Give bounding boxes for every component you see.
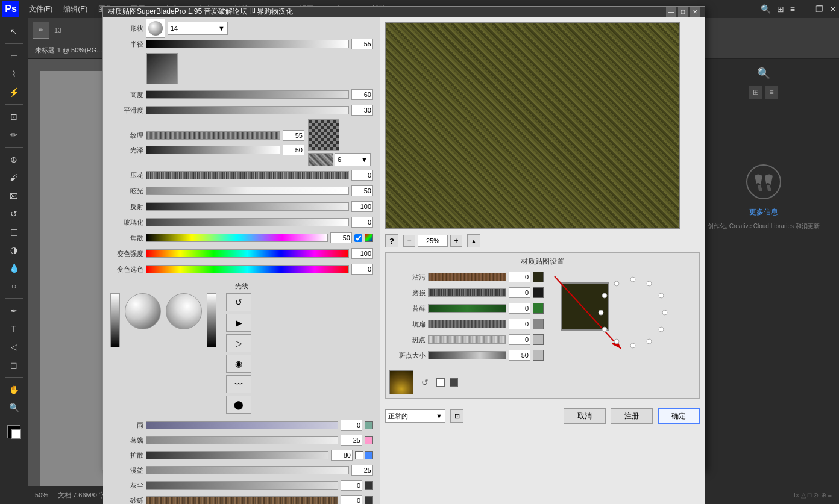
refraction-slider[interactable]: [146, 218, 349, 226]
dust-slider[interactable]: [146, 481, 338, 490]
spotsize-color[interactable]: [533, 350, 544, 361]
dirt-slider[interactable]: [428, 273, 506, 281]
reflect-slider[interactable]: [146, 202, 349, 211]
grid-icon[interactable]: ⊞: [777, 4, 784, 14]
cancel-button[interactable]: 取消: [564, 408, 606, 424]
light-intensity-slider[interactable]: [110, 293, 120, 347]
texture-dropdown[interactable]: 6 ▼: [335, 153, 371, 166]
dialog-minimize[interactable]: —: [666, 7, 676, 17]
radius-input[interactable]: [351, 39, 373, 49]
texture-slider[interactable]: [146, 131, 280, 140]
algae-color[interactable]: [533, 303, 544, 314]
tool-lasso[interactable]: ⌇: [5, 66, 22, 82]
list-icon[interactable]: ≡: [790, 4, 795, 14]
dent-input[interactable]: [509, 319, 530, 329]
effect-btn-wave[interactable]: 〰: [226, 375, 251, 393]
tool-marquee[interactable]: ▭: [5, 48, 22, 64]
help-button[interactable]: ?: [385, 234, 398, 247]
texture-thumb-2[interactable]: [308, 119, 339, 151]
height-input[interactable]: [351, 89, 373, 100]
sand-slider[interactable]: [146, 496, 338, 504]
effect-btn-rotate[interactable]: ↺: [226, 293, 251, 311]
emboss-slider[interactable]: [146, 171, 349, 179]
expand-button[interactable]: ▲: [467, 234, 480, 247]
restore-btn[interactable]: ❐: [815, 4, 823, 14]
grid-view-icon[interactable]: ⊞: [749, 86, 762, 99]
rain-input[interactable]: [341, 420, 362, 431]
sand-color[interactable]: [365, 496, 373, 504]
spotsize-slider[interactable]: [428, 351, 506, 359]
tool-brush[interactable]: 🖌: [5, 169, 22, 186]
diffuse-color[interactable]: [365, 234, 373, 242]
tool-crop[interactable]: ⊡: [5, 108, 22, 125]
tool-spot-heal[interactable]: ⊕: [5, 151, 22, 168]
tool-hand[interactable]: ✋: [5, 381, 22, 398]
diffuse-slider[interactable]: [146, 234, 328, 242]
menu-edit[interactable]: 编辑(E): [58, 2, 92, 17]
spotsize-input[interactable]: [509, 350, 530, 361]
spot-color[interactable]: [533, 334, 544, 345]
blend-option-btn[interactable]: ⊡: [450, 409, 463, 423]
smooth-slider[interactable]: [146, 106, 349, 114]
zoom-plus[interactable]: +: [450, 235, 462, 247]
scratch-slider[interactable]: [428, 288, 506, 297]
sand-input[interactable]: [341, 495, 362, 504]
effect-btn-step[interactable]: ▷: [226, 334, 251, 352]
radius-slider[interactable]: [146, 40, 349, 48]
highlight-slider[interactable]: [146, 187, 349, 195]
blend-mode-select[interactable]: 正常的 ▼: [385, 409, 445, 423]
diffuse-checkbox[interactable]: [354, 234, 362, 242]
minimize-btn[interactable]: —: [801, 4, 809, 14]
background-color[interactable]: [11, 429, 21, 439]
refresh-icon[interactable]: ↺: [418, 376, 432, 389]
foreground-color[interactable]: [7, 425, 20, 438]
tool-path-select[interactable]: ◁: [5, 338, 22, 355]
tool-type[interactable]: T: [5, 320, 22, 337]
dialog-maximize[interactable]: □: [678, 7, 688, 17]
tool-blur[interactable]: 💧: [5, 260, 22, 276]
algae-slider[interactable]: [428, 304, 506, 313]
tool-zoom[interactable]: 🔍: [5, 399, 22, 416]
colorvariant-input[interactable]: [351, 264, 373, 275]
colorvariant-slider[interactable]: [146, 265, 349, 273]
effect-btn-3d[interactable]: ◉: [226, 355, 251, 373]
texture-input[interactable]: [283, 130, 304, 141]
expand-white[interactable]: [355, 451, 363, 459]
ok-button[interactable]: 确定: [658, 408, 700, 424]
scratch-color[interactable]: [533, 287, 544, 298]
dialog-close[interactable]: ✕: [690, 7, 700, 17]
zoom-input[interactable]: [418, 235, 448, 247]
blend-dark-square[interactable]: [450, 378, 458, 387]
colorshift-slider[interactable]: [146, 249, 349, 258]
tool-wand[interactable]: ⚡: [5, 84, 22, 101]
search-panel-icon[interactable]: 🔍: [754, 64, 773, 83]
dirt-input[interactable]: [509, 272, 530, 282]
shape-dropdown[interactable]: 14 ▼: [168, 22, 228, 35]
diffuse-input[interactable]: [330, 232, 352, 243]
dirt-color[interactable]: [533, 272, 544, 282]
height-slider[interactable]: [146, 90, 349, 99]
refraction-input[interactable]: [351, 217, 373, 228]
tool-eraser[interactable]: ◫: [5, 223, 22, 240]
algae-input[interactable]: [509, 303, 530, 314]
tool-pen[interactable]: ✒: [5, 302, 22, 319]
smooth-input[interactable]: [351, 105, 373, 116]
emboss-input[interactable]: [351, 170, 373, 181]
texture-thumb-1[interactable]: [146, 53, 178, 84]
light-ball-2[interactable]: [166, 293, 202, 329]
highlight-input[interactable]: [351, 185, 373, 196]
scratch-input[interactable]: [509, 287, 530, 298]
gloss-input[interactable]: [283, 145, 304, 155]
light-vertical-2[interactable]: [207, 293, 216, 347]
tool-dodge[interactable]: ○: [5, 278, 22, 294]
gloss-slider[interactable]: [146, 146, 280, 154]
swell-color[interactable]: [365, 436, 373, 444]
texture-thumb-3[interactable]: [308, 153, 333, 166]
menu-file[interactable]: 文件(F): [24, 2, 57, 17]
colorshift-input[interactable]: [351, 248, 373, 259]
effect-btn-pattern[interactable]: ⬤: [226, 396, 251, 414]
tool-gradient[interactable]: ◑: [5, 241, 22, 258]
tool-eyedropper[interactable]: ✏: [5, 126, 22, 143]
blur-input[interactable]: [351, 465, 373, 476]
zoom-minus[interactable]: −: [403, 235, 415, 247]
